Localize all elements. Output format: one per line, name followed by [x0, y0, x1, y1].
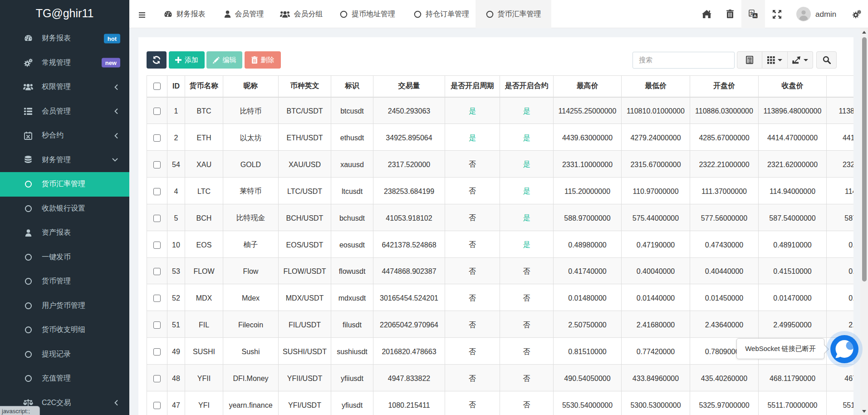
svg-text:A: A [754, 13, 757, 18]
